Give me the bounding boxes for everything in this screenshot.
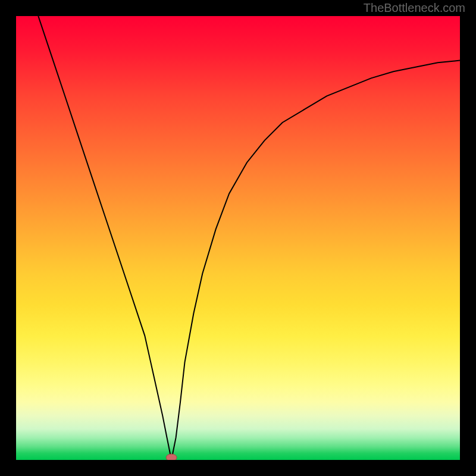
chart-plot-area	[16, 16, 460, 460]
chart-svg	[16, 16, 460, 460]
watermark-text: TheBottleneck.com	[364, 1, 465, 15]
bottleneck-curve-path	[38, 16, 460, 460]
minimum-marker	[166, 454, 177, 460]
